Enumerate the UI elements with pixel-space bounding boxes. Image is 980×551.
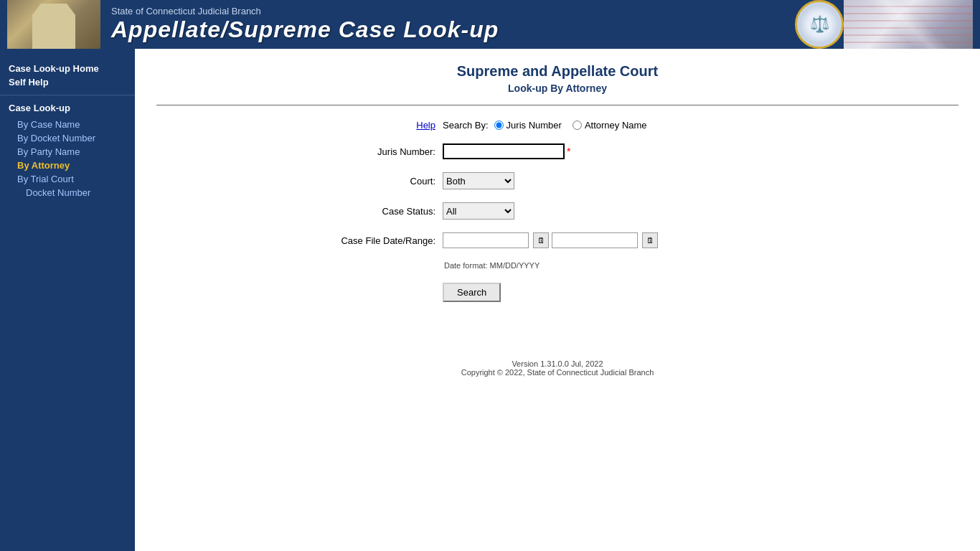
sidebar-item-by-attorney[interactable]: By Attorney bbox=[9, 159, 126, 172]
case-status-select[interactable]: All Open Closed bbox=[443, 202, 514, 220]
calendar-icon-end: 🗓 bbox=[646, 236, 654, 245]
juris-number-row: Juris Number: * bbox=[314, 143, 801, 159]
version-text: Version 1.31.0.0 Jul, 2022 bbox=[171, 359, 944, 368]
header-title-area: State of Connecticut Judicial Branch App… bbox=[100, 6, 795, 43]
juris-number-input[interactable] bbox=[443, 143, 565, 159]
radio-attorney-name[interactable] bbox=[573, 121, 582, 130]
radio-juris-text: Juris Number bbox=[507, 120, 562, 131]
date-format-row: Date format: MM/DD/YYYY bbox=[314, 261, 801, 270]
date-range-row: Case File Date/Range: 🗓 🗓 bbox=[314, 232, 801, 248]
search-button-row: Search bbox=[314, 283, 801, 302]
page-header: State of Connecticut Judicial Branch App… bbox=[0, 0, 980, 49]
sidebar-item-case-lookup-home[interactable]: Case Look-up Home bbox=[9, 62, 126, 75]
date-start-input[interactable] bbox=[443, 232, 529, 248]
search-by-row: Help Search By: Juris Number Attorney Na… bbox=[314, 120, 801, 131]
calendar-icon-start: 🗓 bbox=[537, 236, 545, 245]
search-by-label: Search By: bbox=[443, 120, 489, 131]
copyright-text: Copyright © 2022, State of Connecticut J… bbox=[171, 368, 944, 377]
help-link[interactable]: Help bbox=[416, 120, 435, 131]
org-name: State of Connecticut Judicial Branch bbox=[111, 6, 795, 17]
page-title: Supreme and Appellate Court bbox=[156, 63, 958, 80]
sidebar-item-by-trial-court[interactable]: By Trial Court bbox=[9, 172, 126, 186]
juris-label: Juris Number: bbox=[314, 146, 443, 157]
main-content: Supreme and Appellate Court Look-up By A… bbox=[135, 49, 980, 551]
court-select[interactable]: Both Supreme Appellate bbox=[443, 172, 514, 189]
search-form: Help Search By: Juris Number Attorney Na… bbox=[314, 120, 801, 302]
divider bbox=[156, 105, 958, 105]
sidebar-item-by-docket-number[interactable]: By Docket Number bbox=[9, 131, 126, 145]
sidebar: Case Look-up Home Self Help Case Look-up… bbox=[0, 49, 135, 551]
page-subtitle: Look-up By Attorney bbox=[156, 83, 958, 94]
header-left-image bbox=[7, 0, 100, 49]
sidebar-item-docket-number[interactable]: Docket Number bbox=[9, 186, 126, 199]
calendar-button-start[interactable]: 🗓 bbox=[533, 232, 549, 248]
sidebar-section-title: Case Look-up bbox=[9, 103, 126, 113]
date-range-label: Case File Date/Range: bbox=[314, 235, 443, 246]
case-status-row: Case Status: All Open Closed bbox=[314, 202, 801, 220]
court-row: Court: Both Supreme Appellate bbox=[314, 172, 801, 189]
page-footer: Version 1.31.0.0 Jul, 2022 Copyright © 2… bbox=[156, 345, 958, 391]
app-title: Appellate/Supreme Case Look-up bbox=[111, 17, 795, 43]
help-cell: Help bbox=[314, 120, 443, 131]
sidebar-top-links: Case Look-up Home Self Help bbox=[0, 56, 135, 95]
date-end-input[interactable] bbox=[552, 232, 638, 248]
calendar-button-end[interactable]: 🗓 bbox=[642, 232, 658, 248]
sidebar-item-by-party-name[interactable]: By Party Name bbox=[9, 145, 126, 159]
sidebar-case-lookup-section: Case Look-up By Case Name By Docket Numb… bbox=[0, 95, 135, 207]
radio-juris-label[interactable]: Juris Number bbox=[494, 120, 562, 131]
ct-seal: ⚖️ bbox=[795, 0, 844, 49]
page-layout: Case Look-up Home Self Help Case Look-up… bbox=[0, 49, 980, 551]
radio-juris-number[interactable] bbox=[494, 121, 504, 130]
date-range-area: 🗓 🗓 bbox=[443, 232, 658, 248]
search-by-radio-group: Juris Number Attorney Name bbox=[494, 120, 647, 131]
header-right-image bbox=[844, 0, 973, 49]
radio-attorney-label[interactable]: Attorney Name bbox=[573, 120, 647, 131]
seal-icon: ⚖️ bbox=[799, 4, 839, 44]
search-button[interactable]: Search bbox=[443, 283, 501, 302]
radio-attorney-text: Attorney Name bbox=[585, 120, 647, 131]
date-format-note: Date format: MM/DD/YYYY bbox=[444, 261, 540, 270]
sidebar-item-self-help[interactable]: Self Help bbox=[9, 75, 126, 89]
sidebar-item-by-case-name[interactable]: By Case Name bbox=[9, 118, 126, 131]
court-label: Court: bbox=[314, 176, 443, 187]
status-label: Case Status: bbox=[314, 206, 443, 217]
required-star: * bbox=[567, 146, 570, 157]
